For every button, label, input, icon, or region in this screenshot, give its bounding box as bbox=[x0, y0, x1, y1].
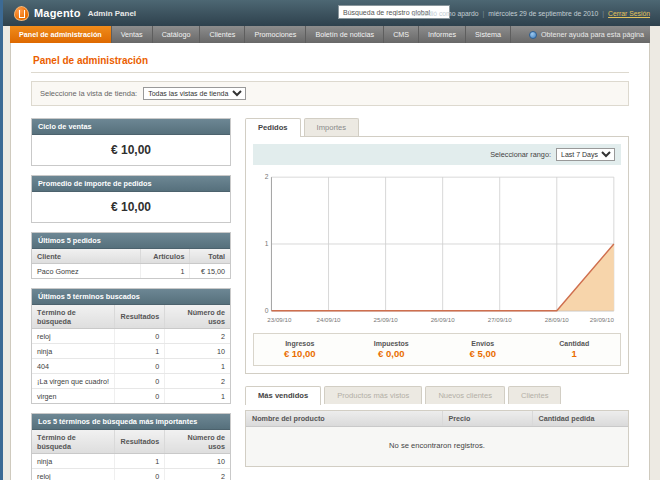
table-cell: 10 bbox=[165, 344, 230, 359]
range-select[interactable]: Last 7 Days bbox=[556, 148, 615, 161]
left-column: Ciclo de ventas € 10,00 Promedio de impo… bbox=[31, 118, 231, 480]
table-row[interactable]: ¡La virgen que cuadro!02 bbox=[32, 374, 230, 389]
table-cell: ninja bbox=[32, 344, 115, 359]
totals-row: Ingresos € 10,00 Impuestos € 0,00 Envíos… bbox=[253, 333, 621, 366]
table-cell: reloj bbox=[32, 329, 115, 344]
store-view-bar: Seleccione la vista de tienda: Todas las… bbox=[31, 81, 629, 106]
last-search-terms-table: Término de búsqueda Resultados Número de… bbox=[32, 305, 230, 403]
average-orders-value: € 10,00 bbox=[32, 192, 230, 222]
nav-item-clientes[interactable]: Clientes bbox=[200, 26, 245, 43]
nav-item-panel-de-administracion[interactable]: Panel de administración bbox=[10, 26, 112, 43]
col-resultados[interactable]: Resultados bbox=[115, 305, 165, 329]
help-label: Obtener ayuda para esta página bbox=[541, 30, 644, 39]
col-precio[interactable]: Precio bbox=[442, 411, 532, 427]
col-cliente[interactable]: Cliente bbox=[32, 249, 141, 264]
window-left-edge bbox=[0, 0, 3, 480]
table-cell: 0 bbox=[115, 374, 165, 389]
table-cell: € 15,00 bbox=[190, 264, 230, 279]
top-search-terms-title: Los 5 términos de búsqueda más important… bbox=[32, 414, 230, 430]
products-table: Nombre del producto Precio Cantidad pedi… bbox=[246, 411, 628, 427]
svg-text:2: 2 bbox=[265, 173, 269, 180]
table-cell: 1 bbox=[115, 344, 165, 359]
table-row[interactable]: 40401 bbox=[32, 359, 230, 374]
tab-pedidos[interactable]: Pedidos bbox=[245, 118, 301, 137]
table-cell: ¡La virgen que cuadro! bbox=[32, 374, 115, 389]
stat-ingresos: Ingresos € 10,00 bbox=[254, 340, 346, 359]
col-cantidad-pedida[interactable]: Cantidad pedida bbox=[532, 411, 628, 427]
logo: Magento Admin Panel bbox=[14, 6, 136, 21]
average-orders-box: Promedio de importe de pedidos € 10,00 bbox=[31, 175, 231, 223]
nav-item-sistema[interactable]: Sistema bbox=[466, 26, 511, 43]
table-cell: 10 bbox=[165, 454, 230, 469]
table-row[interactable]: reloj02 bbox=[32, 469, 230, 480]
range-bar: Seleccionar rango: Last 7 Days bbox=[253, 144, 621, 165]
nav-item-ventas[interactable]: Ventas bbox=[112, 26, 153, 43]
table-cell: 2 bbox=[165, 374, 230, 389]
right-column: Pedidos Importes Seleccionar rango: Last… bbox=[245, 118, 629, 467]
nav-item-boletin[interactable]: Boletín de noticias bbox=[306, 26, 384, 43]
orders-area-chart: 01223/09/1024/09/1025/09/1026/09/1027/09… bbox=[255, 171, 619, 327]
nav-item-catalogo[interactable]: Catálogo bbox=[153, 26, 201, 43]
help-globe-icon bbox=[529, 31, 537, 39]
col-articulos[interactable]: Artículos bbox=[141, 249, 190, 264]
table-cell: virgen bbox=[32, 389, 115, 404]
table-cell: 0 bbox=[115, 329, 165, 344]
svg-text:29/09/10: 29/09/10 bbox=[590, 316, 615, 323]
top-search-terms-table: Término de búsqueda Resultados Número de… bbox=[32, 430, 230, 480]
range-label: Seleccionar rango: bbox=[490, 150, 551, 159]
col-numero-usos[interactable]: Número de usos bbox=[165, 430, 230, 454]
nav-item-informes[interactable]: Informes bbox=[419, 26, 466, 43]
diagram-tabs: Pedidos Importes bbox=[245, 118, 629, 136]
store-view-select[interactable]: Todas las vistas de tienda bbox=[143, 87, 246, 100]
orders-chart: 01223/09/1024/09/1025/09/1026/09/1027/09… bbox=[253, 165, 621, 327]
page-title: Panel de administración bbox=[31, 51, 629, 73]
main-nav: Panel de administración Ventas Catálogo … bbox=[10, 26, 650, 43]
col-resultados[interactable]: Resultados bbox=[115, 430, 165, 454]
col-termino[interactable]: Término de búsqueda bbox=[32, 430, 115, 454]
table-row[interactable]: Paco Gomez1€ 15,00 bbox=[32, 264, 230, 279]
logo-name: Magento bbox=[34, 7, 81, 19]
last-orders-box: Últimos 5 pedidos Cliente Artículos Tota… bbox=[31, 232, 231, 279]
table-cell: 0 bbox=[115, 389, 165, 404]
stat-impuestos: Impuestos € 0,00 bbox=[346, 340, 438, 359]
svg-text:0: 0 bbox=[265, 307, 269, 314]
logo-subtitle: Admin Panel bbox=[88, 9, 136, 18]
lifetime-sales-title: Ciclo de ventas bbox=[32, 119, 230, 135]
separator: | bbox=[602, 10, 604, 17]
separator: | bbox=[483, 10, 485, 17]
logged-in-as: Accedió como apardo bbox=[413, 10, 479, 17]
table-cell: Paco Gomez bbox=[32, 264, 141, 279]
table-cell: 2 bbox=[165, 329, 230, 344]
table-cell: 0 bbox=[115, 469, 165, 480]
stat-envios: Envíos € 5,00 bbox=[437, 340, 529, 359]
col-total[interactable]: Total bbox=[190, 249, 230, 264]
tab-mas-vendidos[interactable]: Más vendidos bbox=[245, 386, 321, 405]
nav-item-cms[interactable]: CMS bbox=[384, 26, 419, 43]
table-cell: 0 bbox=[115, 359, 165, 374]
header-user-info: Accedió como apardo | miércoles 29 de se… bbox=[413, 0, 650, 26]
table-row[interactable]: ninja110 bbox=[32, 454, 230, 469]
svg-text:27/09/10: 27/09/10 bbox=[488, 316, 513, 323]
tab-clientes[interactable]: Clientes bbox=[508, 386, 561, 404]
help-link[interactable]: Obtener ayuda para esta página bbox=[529, 26, 644, 43]
table-row[interactable]: ninja110 bbox=[32, 344, 230, 359]
products-grid: Nombre del producto Precio Cantidad pedi… bbox=[245, 410, 629, 467]
last-orders-title: Últimos 5 pedidos bbox=[32, 233, 230, 249]
svg-text:28/09/10: 28/09/10 bbox=[545, 316, 570, 323]
last-search-terms-box: Últimos 5 términos buscados Término de b… bbox=[31, 288, 231, 404]
diagram-panel: Seleccionar rango: Last 7 Days 01223/09/… bbox=[245, 136, 629, 374]
svg-text:26/09/10: 26/09/10 bbox=[431, 316, 456, 323]
content-card: Panel de administración Seleccione la vi… bbox=[10, 43, 650, 480]
col-nombre-producto[interactable]: Nombre del producto bbox=[246, 411, 442, 427]
logout-link[interactable]: Cerrar Sesión bbox=[608, 10, 650, 17]
nav-item-promociones[interactable]: Promociones bbox=[245, 26, 306, 43]
svg-text:24/09/10: 24/09/10 bbox=[317, 316, 342, 323]
col-termino[interactable]: Término de búsqueda bbox=[32, 305, 115, 329]
table-row[interactable]: reloj02 bbox=[32, 329, 230, 344]
tab-importes[interactable]: Importes bbox=[304, 118, 360, 136]
table-cell: 1 bbox=[165, 359, 230, 374]
table-row[interactable]: virgen01 bbox=[32, 389, 230, 404]
tab-nuevos-clientes[interactable]: Nuevos clientes bbox=[425, 386, 505, 404]
col-numero-usos[interactable]: Número de usos bbox=[165, 305, 230, 329]
tab-productos-mas-vistos[interactable]: Productos más vistos bbox=[324, 386, 422, 404]
